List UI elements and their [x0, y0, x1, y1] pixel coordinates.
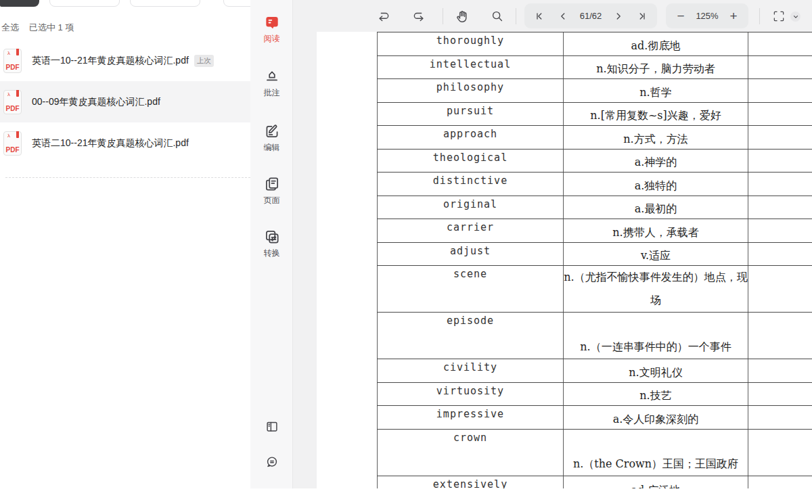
select-all-link[interactable]: 全选: [1, 22, 19, 34]
selection-status: 已选中 1 项: [29, 22, 74, 34]
vocab-meaning: ad.广泛地: [631, 483, 681, 489]
table-row: impressive a.令人印象深刻的: [377, 406, 812, 430]
tab-4[interactable]: [223, 0, 250, 7]
feedback-button[interactable]: [250, 455, 293, 469]
vocab-meaning: n.携带人，承载者: [612, 225, 698, 240]
last-page-button[interactable]: [635, 8, 648, 24]
pdf-file-icon: λ PDF: [3, 49, 22, 73]
vocab-meaning: n.（一连串事件中的）一个事件: [564, 336, 748, 359]
vocab-word: adjust: [450, 246, 491, 257]
vocab-word: virtuosity: [436, 386, 504, 397]
table-row: distinctive a.独特的: [377, 173, 812, 196]
file-item-1[interactable]: λ PDF 英语一10--21年黄皮真题核心词汇.pdf 上次: [0, 40, 250, 81]
chevron-left-icon: [558, 11, 568, 22]
list-divider: [5, 177, 250, 178]
vocab-word: philosophy: [436, 82, 504, 93]
vocab-word: approach: [443, 129, 497, 140]
undo-icon: [376, 9, 391, 24]
next-page-button[interactable]: [612, 8, 625, 24]
hand-tool-button[interactable]: [453, 7, 472, 26]
table-row: philosophy n.哲学: [377, 79, 812, 103]
pdf-viewer: 61/62 − 125% +: [293, 0, 812, 488]
vocab-meaning: n.知识分子，脑力劳动者: [596, 62, 715, 76]
panel-toggle-button[interactable]: [250, 419, 293, 434]
vocab-meaning: a.独特的: [635, 179, 677, 193]
search-button[interactable]: [488, 7, 507, 26]
file-item-3[interactable]: λ PDF 英语二10--21年黄皮真题核心词汇.pdf: [0, 122, 250, 164]
page-navigation-group: 61/62: [524, 3, 657, 28]
table-row: original a.最初的: [377, 196, 812, 220]
convert-icon: [263, 228, 281, 246]
pdf-file-icon: λ PDF: [3, 90, 22, 114]
vocab-word: carrier: [447, 222, 494, 233]
vocab-word: pursuit: [447, 106, 494, 117]
vocab-word: thoroughly: [436, 35, 504, 47]
recent-badge: 上次: [194, 55, 214, 67]
table-row: approach n.方式，方法: [377, 126, 812, 150]
tab-2[interactable]: [49, 0, 120, 7]
highlighter-icon: [263, 68, 281, 85]
rail-item-convert[interactable]: 转换: [250, 228, 293, 259]
vocab-meaning: n.[常用复数~s]兴趣，爱好: [590, 108, 721, 123]
table-row: pursuit n.[常用复数~s]兴趣，爱好: [377, 103, 812, 127]
vocab-word: scene: [453, 269, 487, 280]
rail-label-pages: 页面: [264, 195, 280, 206]
vocab-word: impressive: [436, 409, 504, 420]
mode-rail: 阅读 批注 编辑 页面: [250, 0, 293, 488]
zoom-level[interactable]: 125%: [696, 11, 718, 21]
file-name: 英语二10--21年黄皮真题核心词汇.pdf: [32, 137, 189, 150]
read-icon: [263, 14, 281, 31]
fullscreen-icon: [772, 9, 786, 23]
vocab-meaning: v.适应: [641, 248, 671, 263]
vocab-meaning: n.文明礼仪: [629, 365, 682, 380]
tab-3[interactable]: [130, 0, 200, 7]
rail-item-annotate[interactable]: 批注: [250, 68, 293, 99]
table-row: scene n.（尤指不愉快事件发生的）地点，现场: [377, 266, 812, 313]
search-icon: [490, 9, 505, 24]
zoom-control-group: − 125% +: [666, 3, 748, 28]
zoom-in-button[interactable]: +: [727, 8, 740, 24]
view-mode-dropdown[interactable]: [790, 12, 800, 22]
hand-icon: [455, 9, 470, 24]
pages-icon: [263, 175, 281, 193]
rail-item-pages[interactable]: 页面: [250, 175, 293, 206]
first-page-button[interactable]: [533, 8, 547, 24]
fullscreen-button[interactable]: [770, 7, 788, 25]
vocab-table: thoroughly ad.彻底地 intellectual n.知识分子，脑力…: [377, 32, 812, 488]
toolbar-divider: [516, 8, 516, 24]
table-row: extensively ad.广泛地: [377, 476, 812, 489]
first-page-icon: [535, 11, 545, 22]
vocab-word: original: [443, 199, 497, 210]
previous-page-button[interactable]: [556, 8, 570, 24]
page-indicator[interactable]: 61/62: [580, 11, 602, 21]
vocab-meaning: n.哲学: [639, 85, 671, 100]
table-row: theological a.神学的: [377, 150, 812, 173]
table-row: adjust v.适应: [377, 243, 812, 267]
redo-icon: [411, 9, 426, 24]
zoom-out-button[interactable]: −: [674, 8, 687, 24]
rail-label-annotate: 批注: [264, 87, 280, 99]
vocab-meaning: a.令人印象深刻的: [613, 412, 699, 427]
table-row: carrier n.携带人，承载者: [377, 219, 812, 243]
vocab-word: extensively: [433, 479, 508, 489]
side-panel-icon: [265, 419, 279, 434]
vocab-meaning: n.（the Crown）王国；王国政府: [564, 453, 748, 476]
table-row: crown n.（the Crown）王国；王国政府: [377, 430, 812, 476]
app-window: 全选 已选中 1 项 λ PDF 英语一10--21年黄皮真题核心词汇.pdf …: [0, 0, 812, 504]
vocab-word: crown: [453, 432, 487, 444]
vocab-meaning: n.技艺: [639, 388, 671, 403]
chevron-down-icon: [792, 14, 799, 20]
file-item-2[interactable]: λ PDF 00--09年黄皮真题核心词汇.pdf: [0, 81, 250, 122]
vocab-word: episode: [447, 315, 494, 327]
rail-item-read[interactable]: 阅读: [250, 14, 293, 45]
vocab-word: distinctive: [433, 175, 508, 187]
rail-label-read: 阅读: [264, 33, 280, 45]
pdf-page[interactable]: thoroughly ad.彻底地 intellectual n.知识分子，脑力…: [317, 32, 812, 488]
redo-button[interactable]: [409, 7, 428, 26]
undo-button[interactable]: [374, 7, 393, 26]
edit-icon: [263, 122, 281, 140]
vocab-meaning: a.神学的: [635, 155, 677, 170]
tab-active[interactable]: [0, 0, 39, 7]
toolbar-divider: [759, 8, 760, 24]
rail-item-edit[interactable]: 编辑: [250, 122, 293, 154]
